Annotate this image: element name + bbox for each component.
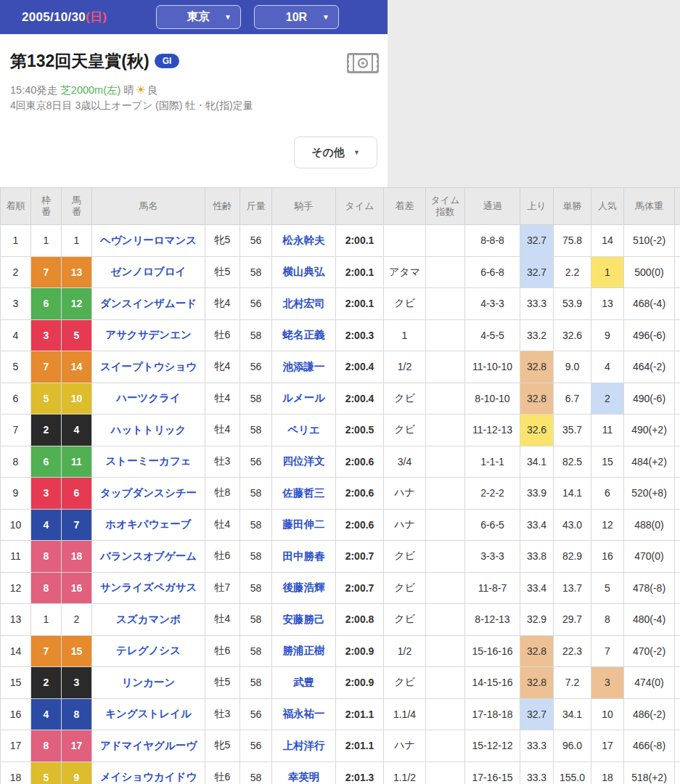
horse-link[interactable]: ハットトリック [111,424,187,436]
cell-margin: クビ [384,667,426,699]
cell-body: 488(0) [624,509,675,541]
horse-link[interactable]: アドマイヤグルーヴ [100,740,197,751]
cell-passing: 3-3-3 [465,541,520,573]
cell-body: 490(-6) [624,383,675,415]
cell-agari: 32.7 [520,698,554,730]
horse-link[interactable]: ダンスインザムード [100,298,197,309]
race-number-dropdown[interactable]: 10R ▼ [254,5,339,29]
cell-pop: 6 [591,478,624,510]
jockey-link[interactable]: 福永祐一 [283,708,325,719]
cell-num: 3 [62,667,92,699]
cell-time: 2:00.8 [336,604,384,636]
jockey-link[interactable]: 佐藤哲三 [283,487,325,499]
cell-waku: 3 [31,478,62,510]
race-result-page: 2005/10/30(日) 東京 ▼ 10R ▼ 第132回天皇賞(秋)GI [0,0,680,784]
horse-link[interactable]: ゼンノロブロイ [111,266,187,277]
cell-index [426,509,465,541]
cell-weight: 58 [240,256,272,288]
race-conditions-line2: 4回東京8日目 3歳以上オープン (国際) 牡・牝(指)定量 [10,99,253,113]
cell-sex_age: 牝5 [205,730,240,762]
horse-link[interactable]: スイープトウショウ [100,361,197,372]
horse-link[interactable]: ストーミーカフェ [105,455,191,467]
cell-time: 2:00.1 [336,225,384,257]
jockey-link[interactable]: 蛯名正義 [283,329,325,340]
jockey-link[interactable]: 武豊 [293,677,314,688]
cell-pop: 10 [591,698,624,730]
cell-time: 2:01.1 [336,698,384,730]
jockey-link[interactable]: 後藤浩輝 [283,581,325,593]
horse-link[interactable]: ヘヴンリーロマンス [100,234,197,246]
cell-time: 2:00.6 [336,509,384,541]
cell-index [426,541,465,573]
jockey-link[interactable]: 田中勝春 [283,550,325,562]
cell-weight: 58 [240,572,272,604]
jockey-link[interactable]: 池添謙一 [283,361,325,372]
cell-index [426,319,465,351]
jockey-link[interactable]: 勝浦正樹 [283,645,325,656]
cell-time: 2:00.7 [336,572,384,604]
other-menu-label: その他 [311,146,345,160]
cell-stub [675,415,680,446]
race-date: 2005/10/30(日) [22,0,107,34]
cell-pos: 9 [1,478,31,510]
cell-agari: 32.8 [520,351,554,383]
cell-jockey: 横山典弘 [272,256,336,288]
horse-link[interactable]: ホオキパウェーブ [105,518,191,530]
cell-waku: 6 [31,446,62,478]
horse-link[interactable]: アサクサデンエン [105,329,192,340]
cell-index [426,698,465,730]
cell-jockey: 福永祐一 [272,698,336,730]
cell-horse: メイショウカイドウ [92,761,205,784]
cell-agari: 32.6 [520,415,554,446]
video-camera-icon[interactable] [347,53,379,73]
table-row: 1648キングストレイル牡356福永祐一2:01.11.1/417-18-183… [1,698,680,730]
date-weekday: (日) [86,10,107,24]
cell-pop: 5 [591,572,624,604]
results-table: 着順枠番馬番馬名性齢斤量騎手タイム着差タイム指数通過上り単勝人気馬体重 111ヘ… [0,187,680,784]
cell-odds: 53.9 [554,288,591,320]
cell-jockey: 佐藤哲三 [272,478,336,510]
cell-sex_age: 牡6 [205,541,240,573]
other-menu-button[interactable]: その他 ▼ [294,136,377,168]
horse-link[interactable]: メイショウカイドウ [100,771,197,783]
horse-link[interactable]: テレグノシス [116,645,181,656]
top-bar: 2005/10/30(日) 東京 ▼ 10R ▼ [0,0,388,34]
jockey-link[interactable]: ペリエ [287,424,320,436]
jockey-link[interactable]: ルメール [282,392,325,404]
jockey-link[interactable]: 藤田伸二 [283,518,325,530]
cell-body: 490(+2) [624,415,675,446]
cell-odds: 32.6 [554,319,591,351]
horse-link[interactable]: ハーツクライ [116,392,181,404]
jockey-link[interactable]: 北村宏司 [283,298,325,309]
horse-link[interactable]: タップダンスシチー [100,487,197,499]
jockey-link[interactable]: 四位洋文 [283,455,325,467]
sun-icon: ☀ [136,83,146,96]
jockey-link[interactable]: 幸英明 [288,771,320,783]
cell-waku: 1 [31,604,62,636]
weather-label: 晴 [123,84,134,96]
cell-odds: 9.0 [554,351,591,383]
venue-dropdown[interactable]: 東京 ▼ [156,5,241,29]
jockey-link[interactable]: 安藤勝己 [283,613,325,625]
cell-pop: 16 [591,541,624,573]
cell-time: 2:01.1 [336,730,384,762]
cell-index [426,730,465,762]
horse-link[interactable]: スズカマンボ [116,613,181,625]
jockey-link[interactable]: 横山典弘 [283,266,325,277]
cell-pop: 9 [591,319,624,351]
horse-link[interactable]: バランスオブゲーム [100,550,197,562]
jockey-link[interactable]: 松永幹夫 [283,234,325,246]
race-conditions-line1: 15:40発走 芝2000m(左) 晴☀良 [10,83,158,97]
cell-pop: 12 [591,509,624,541]
cell-stub [675,225,680,257]
horse-link[interactable]: サンライズペガサス [100,581,197,593]
jockey-link[interactable]: 上村洋行 [283,740,325,751]
horse-link[interactable]: キングストレイル [105,708,192,719]
cell-odds: 35.7 [554,415,591,446]
table-row: 5714スイープトウショウ牝456池添謙一2:00.41/211-10-1032… [1,351,680,383]
cell-horse: ゼンノロブロイ [92,256,205,288]
cell-weight: 58 [240,415,272,446]
horse-link[interactable]: リンカーン [122,677,176,688]
cell-passing: 17-16-15 [465,761,520,784]
table-row: 17817アドマイヤグルーヴ牝556上村洋行2:01.1ハナ15-12-1233… [1,730,680,762]
